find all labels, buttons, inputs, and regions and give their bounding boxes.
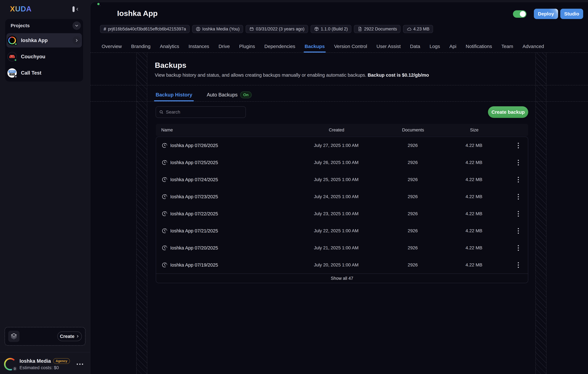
tab-backup-history[interactable]: Backup History [156,88,192,101]
dashed-divider [90,101,588,102]
backup-clock-icon [162,262,167,268]
user-menu-button[interactable] [77,364,83,365]
sidebar-item-couchyou[interactable]: Couchyou [5,49,83,65]
tab-auto-backups[interactable]: Auto Backups On [207,88,252,101]
collapse-pill-icon [73,6,74,12]
search-input[interactable] [166,110,242,115]
main-tab[interactable]: Analytics [160,40,179,52]
main-tab[interactable]: Branding [131,40,150,52]
main-tab[interactable]: Notifications [466,40,492,52]
row-menu-button[interactable] [509,137,528,154]
main-tab[interactable]: Drive [219,40,230,52]
row-menu-button[interactable] [509,222,528,239]
sidebar-collapse-button[interactable] [73,6,82,12]
main-tab[interactable]: Instances [189,40,209,52]
search-icon [159,110,164,114]
decorative-hatch-right [536,52,546,374]
table-row[interactable]: Ioshka App 07/22/2025 July 23, 2025 1:00… [156,205,528,222]
backup-name: Ioshka App 07/21/2025 [170,228,218,234]
backup-size: 4.22 MB [439,245,509,250]
cloud-icon [407,27,411,31]
backup-documents: 2926 [386,194,439,199]
column-size: Size [440,128,509,133]
table-row[interactable]: Ioshka App 07/25/2025 July 26, 2025 1:00… [156,154,528,171]
deploy-toggle[interactable] [513,10,526,18]
backup-name: Ioshka App 07/22/2025 [170,211,218,217]
backup-documents: 2926 [386,245,439,250]
projects-panel: Projects Ioshka App [5,19,83,82]
main-tab[interactable]: Logs [430,40,440,52]
row-menu-button[interactable] [509,256,528,273]
main-tab[interactable]: Overview [102,40,122,52]
projects-collapse-button[interactable] [73,21,81,30]
chevron-down-icon [74,23,79,28]
backups-table-header: Name Created Documents Size [156,124,528,136]
create-project-button[interactable]: Create [57,332,82,341]
backup-clock-icon [162,143,167,148]
backup-size: 4.22 MB [439,211,509,216]
backup-created: July 21, 2025 1:00 AM [286,245,386,250]
table-row[interactable]: Ioshka App 07/24/2025 July 25, 2025 1:00… [156,171,528,188]
backup-name: Ioshka App 07/24/2025 [170,177,218,182]
search-box [156,106,246,118]
auto-backups-on-badge: On [240,92,252,98]
user-account-row[interactable]: 0 Ioshka Media Agency Estimated costs: $… [0,354,90,374]
table-row[interactable]: Ioshka App 07/20/2025 July 21, 2025 1:00… [156,239,528,256]
main-tab[interactable]: Version Control [334,40,367,52]
main-tab[interactable]: Api [449,40,456,52]
backup-size: 4.22 MB [439,228,509,233]
sidebar-item-ioshka-app[interactable]: Ioshka App [5,32,83,49]
project-id-badge: # prj616b5da40cf3bd615effcb6b4215397a [100,25,189,33]
backup-size: 4.22 MB [439,177,509,182]
backup-documents: 2926 [386,160,439,165]
estimated-costs: Estimated costs: $0 [20,365,70,370]
main-tab[interactable]: Dependencies [264,40,295,52]
row-menu-button[interactable] [509,188,528,205]
deploy-button[interactable]: Deploy [534,9,558,19]
table-row[interactable]: Ioshka App 07/21/2025 July 22, 2025 1:00… [156,222,528,239]
create-project-card: Create [4,327,85,346]
table-row[interactable]: Ioshka App 07/19/2025 July 20, 2025 1:00… [156,256,528,273]
backup-clock-icon [162,211,167,217]
main-tab[interactable]: User Assist [377,40,401,52]
row-menu-button[interactable] [509,171,528,188]
table-row[interactable]: Ioshka App 07/26/2025 July 27, 2025 1:00… [156,137,528,154]
studio-button[interactable]: Studio [560,9,583,19]
backup-documents: 2926 [386,211,439,216]
project-open-button[interactable] [73,36,81,45]
agency-badge: Agency [53,358,70,364]
backups-table: Ioshka App 07/26/2025 July 27, 2025 1:00… [156,136,528,283]
row-menu-button[interactable] [509,154,528,171]
user-name: Ioshka Media [20,358,51,364]
table-row[interactable]: Ioshka App 07/23/2025 July 24, 2025 1:00… [156,188,528,205]
backup-size: 4.22 MB [439,143,509,148]
status-dot-online [14,58,17,62]
main-tab[interactable]: Backups [305,40,325,52]
owner-badge: Ioshka Media (You) [192,25,243,33]
main-tab[interactable]: Team [501,40,513,52]
row-menu-button[interactable] [509,205,528,222]
column-name: Name [156,128,287,133]
column-documents: Documents [387,128,440,133]
main-tab[interactable]: Plugins [239,40,255,52]
user-circle-icon [196,27,200,31]
backup-created: July 24, 2025 1:00 AM [286,194,386,199]
user-avatar: 0 [4,358,17,371]
backup-clock-icon [162,245,167,251]
show-all-button[interactable]: Show all 47 [156,273,528,283]
backups-sub-tabs: Backup History Auto Backups On [156,88,252,101]
main-tab[interactable]: Data [410,40,420,52]
backup-clock-icon [162,177,167,183]
backup-clock-icon [162,194,167,199]
row-menu-button[interactable] [509,239,528,256]
create-backup-button[interactable]: Create backup [488,106,528,118]
document-icon [357,27,362,31]
backup-name: Ioshka App 07/23/2025 [170,194,218,199]
status-dot-online [96,2,100,6]
dashed-divider [90,85,588,85]
created-date-badge: 03/31/2022 (3 years ago) [246,25,308,33]
chevron-right-icon [76,335,79,338]
dashed-divider [90,52,588,53]
sidebar-item-call-test[interactable]: DOCX SITE Call Test [5,65,83,81]
main-tab[interactable]: Advanced [523,40,544,52]
